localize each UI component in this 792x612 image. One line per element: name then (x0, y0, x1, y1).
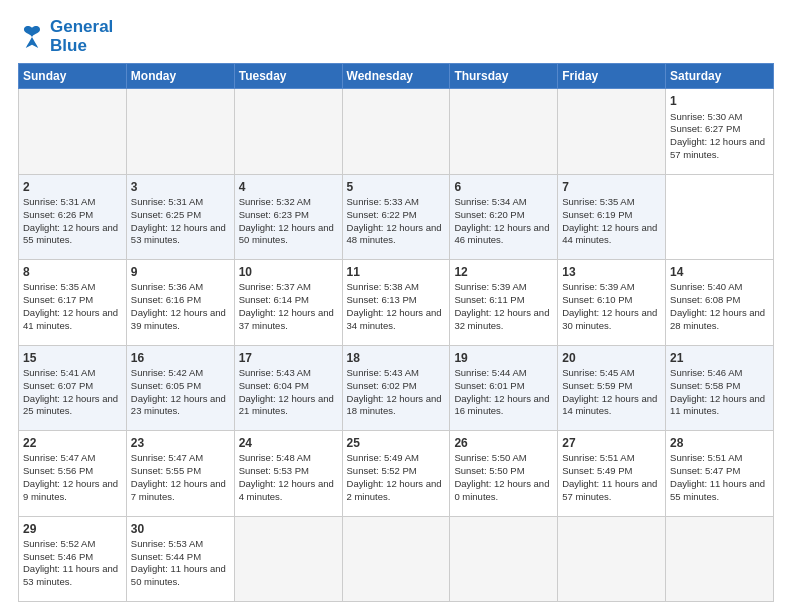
calendar-cell: 29Sunrise: 5:52 AMSunset: 5:46 PMDayligh… (19, 516, 127, 601)
day-number: 1 (670, 93, 769, 109)
day-number: 14 (670, 264, 769, 280)
calendar-cell: 1Sunrise: 5:30 AMSunset: 6:27 PMDaylight… (666, 89, 774, 174)
empty-cell (342, 516, 450, 601)
calendar-cell: 2Sunrise: 5:31 AMSunset: 6:26 PMDaylight… (19, 174, 127, 259)
calendar-day-header: Thursday (450, 64, 558, 89)
day-number: 8 (23, 264, 122, 280)
day-number: 19 (454, 350, 553, 366)
logo-text: General Blue (50, 18, 113, 55)
calendar-cell: 17Sunrise: 5:43 AMSunset: 6:04 PMDayligh… (234, 345, 342, 430)
empty-cell (450, 89, 558, 174)
empty-cell (558, 89, 666, 174)
empty-cell (666, 516, 774, 601)
calendar-week-row: 8Sunrise: 5:35 AMSunset: 6:17 PMDaylight… (19, 260, 774, 345)
calendar-cell: 21Sunrise: 5:46 AMSunset: 5:58 PMDayligh… (666, 345, 774, 430)
calendar-cell: 27Sunrise: 5:51 AMSunset: 5:49 PMDayligh… (558, 431, 666, 516)
day-number: 3 (131, 179, 230, 195)
empty-cell (126, 89, 234, 174)
day-number: 17 (239, 350, 338, 366)
logo-bird-icon (18, 23, 46, 51)
calendar-week-row: 2Sunrise: 5:31 AMSunset: 6:26 PMDaylight… (19, 174, 774, 259)
calendar-cell: 10Sunrise: 5:37 AMSunset: 6:14 PMDayligh… (234, 260, 342, 345)
calendar-cell: 16Sunrise: 5:42 AMSunset: 6:05 PMDayligh… (126, 345, 234, 430)
calendar-day-header: Tuesday (234, 64, 342, 89)
day-number: 24 (239, 435, 338, 451)
calendar-cell: 20Sunrise: 5:45 AMSunset: 5:59 PMDayligh… (558, 345, 666, 430)
calendar-cell: 13Sunrise: 5:39 AMSunset: 6:10 PMDayligh… (558, 260, 666, 345)
calendar-cell: 9Sunrise: 5:36 AMSunset: 6:16 PMDaylight… (126, 260, 234, 345)
calendar-cell: 19Sunrise: 5:44 AMSunset: 6:01 PMDayligh… (450, 345, 558, 430)
day-number: 23 (131, 435, 230, 451)
calendar-header-row: SundayMondayTuesdayWednesdayThursdayFrid… (19, 64, 774, 89)
calendar-day-header: Wednesday (342, 64, 450, 89)
calendar-week-row: 29Sunrise: 5:52 AMSunset: 5:46 PMDayligh… (19, 516, 774, 601)
day-number: 15 (23, 350, 122, 366)
empty-cell (558, 516, 666, 601)
day-number: 6 (454, 179, 553, 195)
calendar-day-header: Sunday (19, 64, 127, 89)
calendar-week-row: 22Sunrise: 5:47 AMSunset: 5:56 PMDayligh… (19, 431, 774, 516)
day-number: 28 (670, 435, 769, 451)
day-number: 4 (239, 179, 338, 195)
calendar-table: SundayMondayTuesdayWednesdayThursdayFrid… (18, 63, 774, 602)
day-number: 20 (562, 350, 661, 366)
calendar-day-header: Monday (126, 64, 234, 89)
calendar-day-header: Friday (558, 64, 666, 89)
calendar-cell: 6Sunrise: 5:34 AMSunset: 6:20 PMDaylight… (450, 174, 558, 259)
calendar-cell: 12Sunrise: 5:39 AMSunset: 6:11 PMDayligh… (450, 260, 558, 345)
day-number: 21 (670, 350, 769, 366)
calendar-cell: 8Sunrise: 5:35 AMSunset: 6:17 PMDaylight… (19, 260, 127, 345)
day-number: 5 (347, 179, 446, 195)
day-number: 29 (23, 521, 122, 537)
day-number: 7 (562, 179, 661, 195)
calendar-cell: 7Sunrise: 5:35 AMSunset: 6:19 PMDaylight… (558, 174, 666, 259)
logo: General Blue (18, 18, 113, 55)
calendar-cell: 4Sunrise: 5:32 AMSunset: 6:23 PMDaylight… (234, 174, 342, 259)
day-number: 18 (347, 350, 446, 366)
calendar-cell: 22Sunrise: 5:47 AMSunset: 5:56 PMDayligh… (19, 431, 127, 516)
calendar-cell: 28Sunrise: 5:51 AMSunset: 5:47 PMDayligh… (666, 431, 774, 516)
empty-cell (342, 89, 450, 174)
header: General Blue (18, 18, 774, 55)
calendar-week-row: 1Sunrise: 5:30 AMSunset: 6:27 PMDaylight… (19, 89, 774, 174)
day-number: 16 (131, 350, 230, 366)
calendar-cell: 15Sunrise: 5:41 AMSunset: 6:07 PMDayligh… (19, 345, 127, 430)
day-number: 22 (23, 435, 122, 451)
day-number: 26 (454, 435, 553, 451)
empty-cell (450, 516, 558, 601)
empty-cell (234, 516, 342, 601)
day-number: 10 (239, 264, 338, 280)
day-number: 12 (454, 264, 553, 280)
day-number: 25 (347, 435, 446, 451)
calendar-cell: 5Sunrise: 5:33 AMSunset: 6:22 PMDaylight… (342, 174, 450, 259)
calendar-cell: 11Sunrise: 5:38 AMSunset: 6:13 PMDayligh… (342, 260, 450, 345)
day-number: 2 (23, 179, 122, 195)
day-number: 9 (131, 264, 230, 280)
page: General Blue SundayMondayTuesdayWednesda… (0, 0, 792, 612)
calendar-cell: 24Sunrise: 5:48 AMSunset: 5:53 PMDayligh… (234, 431, 342, 516)
empty-cell (234, 89, 342, 174)
calendar-cell: 26Sunrise: 5:50 AMSunset: 5:50 PMDayligh… (450, 431, 558, 516)
empty-cell (19, 89, 127, 174)
day-number: 13 (562, 264, 661, 280)
calendar-day-header: Saturday (666, 64, 774, 89)
calendar-cell: 30Sunrise: 5:53 AMSunset: 5:44 PMDayligh… (126, 516, 234, 601)
calendar-cell: 14Sunrise: 5:40 AMSunset: 6:08 PMDayligh… (666, 260, 774, 345)
day-number: 11 (347, 264, 446, 280)
day-number: 30 (131, 521, 230, 537)
calendar-cell: 18Sunrise: 5:43 AMSunset: 6:02 PMDayligh… (342, 345, 450, 430)
calendar-week-row: 15Sunrise: 5:41 AMSunset: 6:07 PMDayligh… (19, 345, 774, 430)
day-number: 27 (562, 435, 661, 451)
calendar-cell: 25Sunrise: 5:49 AMSunset: 5:52 PMDayligh… (342, 431, 450, 516)
calendar-cell: 23Sunrise: 5:47 AMSunset: 5:55 PMDayligh… (126, 431, 234, 516)
calendar-cell: 3Sunrise: 5:31 AMSunset: 6:25 PMDaylight… (126, 174, 234, 259)
